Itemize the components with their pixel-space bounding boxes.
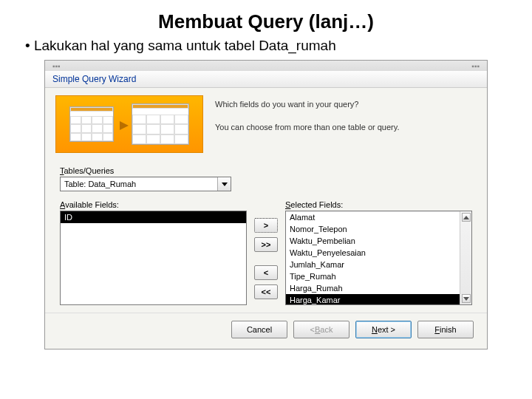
scroll-down-icon[interactable] [462,294,471,303]
remove-button[interactable]: < [254,265,278,280]
next-button[interactable]: Next > [355,321,412,338]
selected-fields-label: Selected Fields: [285,200,472,209]
arrow-icon [120,121,129,130]
list-item[interactable]: Nomor_Telepon [286,223,471,235]
add-all-button[interactable]: >> [254,237,278,252]
cancel-button[interactable]: Cancel [231,321,287,338]
wizard-button-bar: Cancel < Back Next > Finish [45,313,487,349]
wizard-prompt: Which fields do you want in your query? … [215,95,477,153]
back-button[interactable]: < Back [293,321,349,338]
wizard-hint: You can choose from more than one table … [215,121,477,134]
bg-ribbon-blur: ▪▪▪▪▪▪ [45,61,487,71]
list-item[interactable]: Tipe_Rumah [286,270,471,282]
slide-title: Membuat Query (lanj…) [0,0,532,38]
list-item[interactable]: Waktu_Pembelian [286,235,471,247]
slide-bullet: Lakukan hal yang sama untuk tabel Data_r… [0,38,532,60]
chevron-down-icon[interactable] [217,177,231,191]
wizard-question: Which fields do you want in your query? [215,98,477,111]
move-buttons: > >> < << [254,200,278,299]
available-fields-label: Available Fields: [60,200,247,209]
list-item[interactable]: Jumlah_Kamar [286,259,471,270]
scrollbar[interactable] [460,211,471,304]
list-item[interactable]: Harga_Kamar [286,294,471,305]
list-item[interactable]: Waktu_Penyelesaian [286,247,471,259]
remove-all-button[interactable]: << [254,284,278,299]
tables-queries-value: Table: Data_Rumah [61,180,217,188]
list-item[interactable]: Harga_Rumah [286,282,471,294]
scroll-up-icon[interactable] [462,213,471,222]
dialog-body: Which fields do you want in your query? … [45,88,487,349]
finish-button[interactable]: Finish [417,321,474,338]
screenshot-container: ▪▪▪▪▪▪ Simple Query Wizard Which fields … [44,60,488,349]
available-fields-listbox[interactable]: ID [60,211,247,305]
selected-fields-listbox[interactable]: Alamat Nomor_Telepon Waktu_Pembelian Wak… [285,211,472,305]
list-item[interactable]: ID [61,211,246,223]
list-item[interactable]: Alamat [286,211,471,223]
add-button[interactable]: > [254,218,278,233]
wizard-graphic [55,95,203,153]
tables-queries-label: Tables/Queries [60,166,472,175]
dialog-title: Simple Query Wizard [45,71,487,88]
tables-queries-combo[interactable]: Table: Data_Rumah [60,177,231,191]
